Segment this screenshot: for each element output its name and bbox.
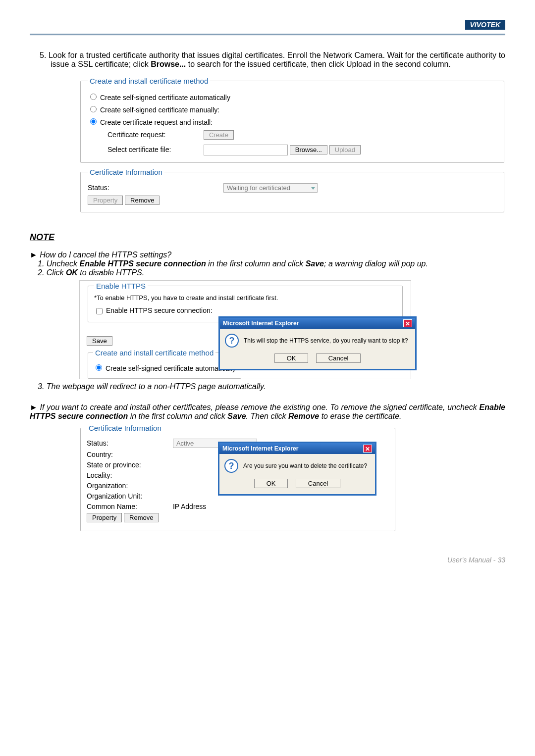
fieldset-legend: Certificate Information (88, 168, 164, 176)
radio-input[interactable] (96, 364, 102, 371)
dialog-titlebar: Microsoft Internet Explorer ✕ (219, 443, 375, 454)
txt: Uncheck (47, 259, 80, 268)
enable-checkbox-row[interactable]: Enable HTTPS secure connection: (94, 306, 396, 316)
radio-request[interactable]: Create certificate request and install: (88, 117, 497, 126)
radio-label: Create self-signed certificate manually: (100, 106, 219, 114)
q1-step1: 1. Uncheck Enable HTTPS secure connectio… (38, 259, 505, 268)
select-file-row: Select certificate file: Browse... Uploa… (107, 145, 497, 155)
step-number: 5. (40, 51, 46, 59)
confirm-dialog-delete-cert: Microsoft Internet Explorer ✕ ? Are you … (218, 442, 376, 496)
upload-button[interactable]: Upload (329, 145, 361, 154)
step-5: 5. Look for a trusted certificate author… (40, 51, 505, 69)
country-label: Country: (87, 451, 171, 458)
enable-checkbox-label: Enable HTTPS secure connection: (106, 306, 213, 314)
property-button[interactable]: Property (87, 513, 122, 522)
radio-auto[interactable]: Create self-signed certificate automatic… (93, 363, 236, 372)
property-button[interactable]: Property (88, 196, 123, 205)
question-icon: ? (224, 459, 238, 473)
locality-label: Locality: (87, 471, 171, 479)
cert-request-row: Certificate request: Create (107, 130, 497, 140)
cert-info-buttons: Property Remove (88, 196, 497, 205)
select-file-label: Select certificate file: (107, 146, 202, 153)
txt: to erase the certificate. (319, 412, 401, 420)
radio-manual[interactable]: Create self-signed certificate manually: (88, 104, 497, 114)
browse-word: Browse... (151, 60, 186, 68)
screenshot-remove-cert: Certificate Information Status: Active C… (79, 424, 396, 531)
status-dropdown[interactable]: Waiting for certificated (223, 183, 318, 193)
radio-input[interactable] (90, 94, 97, 100)
create-install-fieldset: Create and install certificate method Cr… (80, 77, 504, 163)
dialog-title: Microsoft Internet Explorer (223, 320, 299, 327)
txt: Click (47, 268, 66, 277)
divider (30, 36, 505, 36)
remove-button[interactable]: Remove (125, 196, 160, 205)
state-label: State or province: (87, 461, 171, 469)
cancel-button[interactable]: Cancel (316, 353, 361, 363)
org-label: Organization: (87, 482, 171, 490)
screenshot-disable-https: Enable HTTPS *To enable HTTPS, you have … (79, 280, 411, 379)
enable-https-checkbox[interactable] (96, 308, 103, 314)
note-q1: ► How do I cancel the HTTPS settings? 1.… (30, 251, 505, 277)
question-icon: ? (225, 334, 239, 348)
txt: . Then click (246, 412, 288, 420)
close-icon[interactable]: ✕ (363, 445, 372, 453)
step-text: to search for the issued certificate, th… (186, 60, 451, 68)
q1-lead: ► How do I cancel the HTTPS settings? (30, 251, 505, 259)
confirm-dialog-stop-https: Microsoft Internet Explorer ✕ ? This wil… (218, 316, 417, 370)
cn-value: IP Address (173, 503, 206, 510)
txt: Save (306, 259, 324, 268)
cn-label: Common Name: (87, 503, 171, 510)
dialog-message: Are you sure you want to delete the cert… (243, 462, 367, 469)
txt: in the first column and click (128, 412, 227, 420)
page-footer: User's Manual - 33 (30, 536, 505, 564)
txt: OK (66, 268, 78, 277)
radio-input[interactable] (90, 118, 97, 125)
common-name-row: Common Name: IP Address (87, 503, 389, 510)
close-icon[interactable]: ✕ (403, 319, 412, 327)
fieldset-legend: Enable HTTPS (94, 282, 148, 290)
note-q2: ► If you want to create and install othe… (30, 403, 505, 421)
status-label: Status: (88, 184, 221, 192)
txt: ► If you want to create and install othe… (30, 403, 480, 411)
org-unit-label: Organization Unit: (87, 492, 171, 500)
ok-button[interactable]: OK (274, 353, 309, 363)
dialog-body: ? Are you sure you want to delete the ce… (219, 454, 375, 494)
cert-request-label: Certificate request: (107, 131, 202, 139)
file-path-field[interactable] (204, 145, 288, 155)
radio-label: Create certificate request and install: (100, 118, 213, 126)
fieldset-legend: Create and install certificate method (93, 349, 215, 357)
txt: Enable HTTPS secure connection (80, 259, 206, 268)
note-heading: NOTE (30, 232, 505, 243)
txt: Save (227, 412, 246, 420)
enable-hint: *To enable HTTPS, you have to create and… (94, 294, 396, 302)
cancel-button[interactable]: Cancel (296, 479, 340, 488)
txt: ; a warning dialog will pop up. (324, 259, 428, 268)
dialog-titlebar: Microsoft Internet Explorer ✕ (220, 318, 415, 329)
create-button[interactable]: Create (204, 130, 234, 140)
radio-input[interactable] (90, 106, 97, 112)
save-button[interactable]: Save (87, 336, 112, 346)
txt: in the first column and click (206, 259, 306, 268)
browse-button[interactable]: Browse... (290, 145, 327, 154)
radio-label: Create self-signed certificate automatic… (106, 364, 236, 372)
dialog-body: ? This will stop the HTTPS service, do y… (220, 329, 415, 369)
fieldset-legend: Create and install certificate method (88, 77, 210, 85)
dialog-message: This will stop the HTTPS service, do you… (244, 337, 408, 344)
screenshot-create-install: Create and install certificate method Cr… (79, 77, 505, 212)
page: VIVOTEK 5. Look for a trusted certificat… (0, 0, 535, 579)
q1-step2: 2. Click OK to disable HTTPS. (38, 268, 505, 277)
radio-label: Create self-signed certificate automatic… (100, 94, 230, 101)
status-label: Status: (87, 439, 171, 447)
remove-button[interactable]: Remove (124, 513, 159, 522)
fieldset-legend: Certificate Information (87, 424, 163, 432)
cert-info-fieldset: Certificate Information Status: Waiting … (80, 168, 504, 212)
divider (30, 34, 505, 35)
header: VIVOTEK (30, 20, 505, 30)
cert-info-buttons: Property Remove (87, 513, 389, 522)
txt: to disable HTTPS. (78, 268, 144, 277)
status-row: Status: Waiting for certificated (88, 183, 497, 193)
radio-auto[interactable]: Create self-signed certificate automatic… (88, 92, 497, 101)
ok-button[interactable]: OK (254, 479, 288, 488)
dialog-title: Microsoft Internet Explorer (222, 445, 298, 452)
txt: Remove (288, 412, 319, 420)
